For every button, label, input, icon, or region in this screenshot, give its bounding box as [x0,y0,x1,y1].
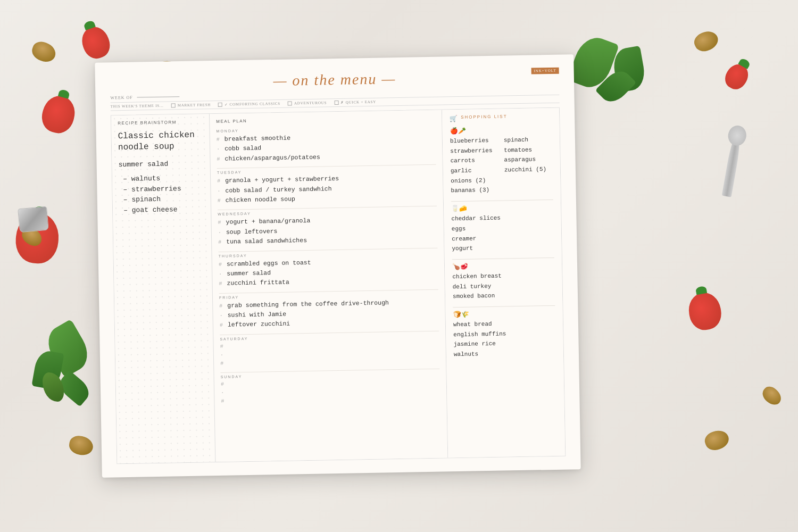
theme-adventurous[interactable]: ADVENTUROUS [288,101,327,105]
dairy-category: 🥛🧀 cheddar slices eggs creamer yogurt [451,203,554,254]
produce-item-1: blueberries [450,136,498,146]
pad-header: ink+volt on the menu WEEK OF THIS WEEK'S… [110,68,560,111]
produce-item-9: asparagus [504,154,552,165]
recipe-sub-4: – goat cheese [123,204,204,215]
produce-item-3: carrots [450,155,498,166]
pad-content: RECIPE BRAINSTORM Classic chickennoodle … [111,107,566,464]
recipe-sub-1: – walnuts [123,172,204,184]
comforting-label: ✓ COMFORTING CLASSICS [225,102,280,107]
day-wednesday: WEDNESDAY #yogurt + banana/granola ·soup… [218,209,437,247]
recipe-brainstorm-content: Classic chickennoodle soup summer salad … [118,129,205,215]
logo-badge: ink+volt [531,68,559,74]
produce-col-1: blueberries strawberries carrots garlic … [450,136,500,196]
dairy-item-4: yogurt [452,242,554,254]
meat-icon: 🍗🥩 [452,261,554,271]
produce-item-8: tomatoes [504,145,552,155]
shopping-list-icon: 🛒 [450,115,458,123]
dairy-icon: 🥛🧀 [451,203,553,213]
comforting-checkbox[interactable] [218,103,222,107]
theme-quick-easy[interactable]: ✗ QUICK + EASY [334,100,376,105]
theme-market-fresh[interactable]: MARKET FRESH [171,103,211,107]
grains-category: 🍞🌾 wheat bread english muffins jasmine r… [453,309,556,360]
recipe-brainstorm-title: RECIPE BRAINSTORM [118,119,203,126]
produce-col-2: spinach tomatoes asparagus zucchini (5) [504,135,553,195]
day-saturday: SATURDAY # · # [220,334,439,368]
shopping-list-section: 🛒 SHOPPING LIST 🍎🥕 blueberries strawberr… [442,108,565,458]
divider-2 [452,257,554,260]
produce-item-7: spinach [504,135,552,145]
week-of-underline [137,96,180,97]
market-fresh-label: MARKET FRESH [178,103,211,107]
grains-icon: 🍞🌾 [453,309,555,319]
produce-category: 🍎🥕 blueberries strawberries carrots garl… [450,126,553,196]
day-sunday: SUNDAY # · # [221,371,440,406]
meat-item-3: smoked bacon [453,290,555,302]
grains-item-4: walnuts [454,348,556,360]
recipe-item-1: Classic chickennoodle soup [118,129,204,153]
quick-easy-label: ✗ QUICK + EASY [340,100,376,105]
recipe-sub-3: – spinach [123,193,204,205]
quick-easy-checkbox[interactable] [334,101,338,105]
produce-item-10: zucchini (5) [504,164,553,175]
divider-3 [453,305,555,307]
produce-cols: blueberries strawberries carrots garlic … [450,135,553,196]
meat-category: 🍗🥩 chicken breast deli turkey smoked bac… [452,261,555,302]
produce-item-2: strawberries [450,145,498,156]
produce-item-5: onions (2) [451,175,499,186]
market-fresh-checkbox[interactable] [171,103,176,107]
day-monday: MONDAY #breakfast smoothie ·cobb salad #… [216,126,436,164]
adventurous-checkbox[interactable] [288,101,292,105]
meal-plan-title: MEAL PLAN [216,115,435,124]
recipe-item-2: summer salad [118,158,203,170]
theme-label: THIS WEEK'S THEME IS... [111,104,164,109]
theme-comforting-classics[interactable]: ✓ COMFORTING CLASSICS [218,102,280,107]
day-tuesday: TUESDAY #granola + yogurt + strawberries… [217,167,437,205]
meal-plan-section: MEAL PLAN MONDAY #breakfast smoothie ·co… [210,110,448,462]
recipe-sub-2: – strawberries [123,183,204,195]
adventurous-label: ADVENTUROUS [294,101,327,105]
divider-1 [451,200,553,202]
day-thursday: THURSDAY #scrambled eggs on toast ·summe… [219,250,438,288]
shopping-list-title: SHOPPING LIST [461,114,508,120]
produce-icon: 🍎🥕 [450,126,552,135]
week-of-label: WEEK OF [110,95,132,101]
recipe-brainstorm-section: RECIPE BRAINSTORM Classic chickennoodle … [111,114,215,463]
day-friday: FRIDAY #grab something from the coffee d… [219,292,439,330]
produce-item-4: garlic [451,165,499,176]
produce-item-6: bananas (3) [451,185,499,196]
menu-pad: ink+volt on the menu WEEK OF THIS WEEK'S… [95,54,580,478]
